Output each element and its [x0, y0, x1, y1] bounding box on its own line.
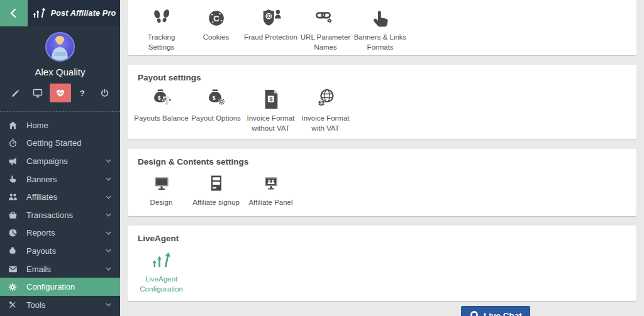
users-icon: [8, 192, 18, 202]
cookie-icon: C: [206, 4, 227, 31]
display-settings-button[interactable]: [27, 84, 48, 102]
quick-actions: ?: [0, 83, 120, 103]
sidebar-item-label: Reports: [26, 228, 55, 237]
card-item-url-parameter-names[interactable]: URL Parameter Names: [298, 4, 353, 52]
card-item-payout-options[interactable]: $ Payout Options: [189, 85, 243, 133]
signup-form-icon: [206, 170, 226, 196]
growth-arrows-icon: [32, 7, 47, 20]
panel-users-icon: [260, 170, 282, 196]
money-bag-scales-icon: $: [150, 85, 173, 112]
app-title: Post Affiliate Pro: [51, 9, 116, 18]
chevron-down-icon: [106, 231, 111, 235]
sidebar-item-reports[interactable]: Reports: [0, 224, 120, 242]
card-item-invoice-format-without-vat[interactable]: $ Invoice Format without VAT: [243, 85, 298, 133]
live-chat-button[interactable]: Live Chat: [461, 306, 530, 316]
card-item-label: Payouts Balance: [134, 114, 188, 124]
health-status-button[interactable]: [50, 84, 71, 102]
monitor-icon: [151, 170, 172, 196]
monitor-icon: [33, 88, 43, 98]
svg-text:$: $: [157, 95, 160, 101]
sidebar-item-label: Configuration: [26, 282, 75, 291]
svg-text:$: $: [269, 96, 273, 102]
card-item-label: Payout Options: [191, 114, 241, 124]
sidebar-item-campaigns[interactable]: Campaigns: [0, 152, 120, 170]
sidebar-header: Post Affiliate Pro: [0, 0, 120, 26]
card-item-label: Invoice Format with VAT: [298, 114, 353, 133]
edit-profile-button[interactable]: [5, 84, 26, 102]
app-logo[interactable]: Post Affiliate Pro: [28, 0, 120, 26]
user-name: Alex Quality: [0, 67, 120, 77]
chevron-down-icon: [106, 303, 111, 307]
sidebar-item-label: Tools: [26, 300, 45, 310]
chevron-down-icon: [106, 267, 111, 271]
sidebar-item-affiliates[interactable]: Affiliates: [0, 188, 120, 206]
main-content: Tracking Settings C Cookies Fraud Protec…: [120, 0, 644, 316]
svg-text:$: $: [320, 100, 323, 105]
card-item-label: LiveAgent Configuration: [134, 275, 189, 294]
card-item-invoice-format-with-vat[interactable]: $ Invoice Format with VAT: [298, 85, 353, 133]
design-contents-settings-card: Design & Contents settings Design Affili…: [128, 149, 636, 216]
envelope-icon: [8, 264, 18, 274]
card-item-label: Tracking Settings: [134, 33, 189, 52]
sidebar-item-emails[interactable]: Emails: [0, 260, 120, 278]
sidebar-item-transactions[interactable]: Transactions: [0, 206, 120, 224]
card-item-label: Design: [150, 198, 173, 208]
help-button[interactable]: ?: [72, 84, 93, 102]
chevron-down-icon: [106, 213, 111, 217]
home-icon: [8, 121, 18, 130]
sidebar-nav: Home Getting Started Campaigns Banners A…: [0, 116, 120, 316]
hand-pointer-icon: [370, 4, 391, 31]
gear-icon: [8, 283, 18, 291]
card-item-label: Fraud Protection: [244, 33, 297, 43]
sidebar-item-label: Home: [26, 121, 48, 130]
sidebar-item-label: Banners: [26, 175, 57, 184]
card-title: LiveAgent: [128, 226, 636, 243]
invoice-icon: $: [262, 85, 280, 112]
megaphone-icon: [8, 156, 18, 166]
sidebar-item-label: Getting Started: [26, 138, 81, 148]
money-bag-icon: [8, 246, 18, 255]
tools-icon: [8, 300, 18, 309]
sidebar-item-getting-started[interactable]: Getting Started: [0, 134, 120, 153]
user-panel: Alex Quality ?: [0, 26, 120, 103]
sidebar-item-home[interactable]: Home: [0, 116, 120, 134]
card-item-liveagent-configuration[interactable]: LiveAgent Configuration: [134, 246, 189, 294]
card-item-cookies[interactable]: C Cookies: [189, 4, 243, 52]
sidebar-item-banners[interactable]: Banners: [0, 170, 120, 188]
chevron-left-icon: [9, 8, 19, 18]
card-item-tracking-settings[interactable]: Tracking Settings: [134, 4, 189, 52]
card-item-affiliate-signup[interactable]: Affiliate signup: [189, 170, 243, 208]
card-title: Payout settings: [128, 65, 636, 82]
card-item-affiliate-panel[interactable]: Affiliate Panel: [243, 170, 298, 208]
card-items: $ Payouts Balance $ Payout Options $ Inv…: [128, 85, 636, 133]
liveagent-card: LiveAgent LiveAgent Configuration: [128, 226, 636, 301]
hand-pointer-icon: [8, 175, 18, 183]
card-items: Design Affiliate signup Affiliate Panel: [128, 170, 636, 208]
card-item-banners-links-formats[interactable]: Banners & Links Formats: [353, 4, 408, 52]
logout-button[interactable]: [94, 84, 115, 102]
svg-text:$: $: [212, 95, 215, 101]
user-avatar[interactable]: [45, 32, 75, 62]
footprints-icon: [150, 4, 173, 31]
card-title: Design & Contents settings: [128, 149, 636, 166]
card-item-label: Affiliate signup: [192, 198, 240, 208]
card-item-design[interactable]: Design: [134, 170, 189, 208]
avatar-illustration: [47, 33, 74, 60]
sidebar-item-tools[interactable]: Tools: [0, 296, 120, 314]
basket-icon: [8, 210, 18, 220]
sidebar-item-configuration[interactable]: Configuration: [0, 278, 120, 296]
sidebar-item-label: Campaigns: [26, 156, 68, 166]
stopwatch-icon: [8, 138, 18, 148]
sidebar-item-label: Emails: [26, 264, 51, 274]
power-icon: [100, 89, 109, 98]
money-bag-gear-icon: $: [205, 85, 228, 112]
card-items: Tracking Settings C Cookies Fraud Protec…: [128, 4, 636, 52]
sidebar-divider: [0, 111, 120, 112]
chevron-down-icon: [106, 249, 111, 253]
card-item-label: Invoice Format without VAT: [243, 114, 298, 133]
card-item-fraud-protection[interactable]: Fraud Protection: [243, 4, 298, 52]
card-item-label: Affiliate Panel: [248, 198, 292, 208]
collapse-sidebar-button[interactable]: [0, 0, 28, 26]
sidebar-item-payouts[interactable]: Payouts: [0, 242, 120, 260]
card-item-payouts-balance[interactable]: $ Payouts Balance: [134, 85, 189, 133]
